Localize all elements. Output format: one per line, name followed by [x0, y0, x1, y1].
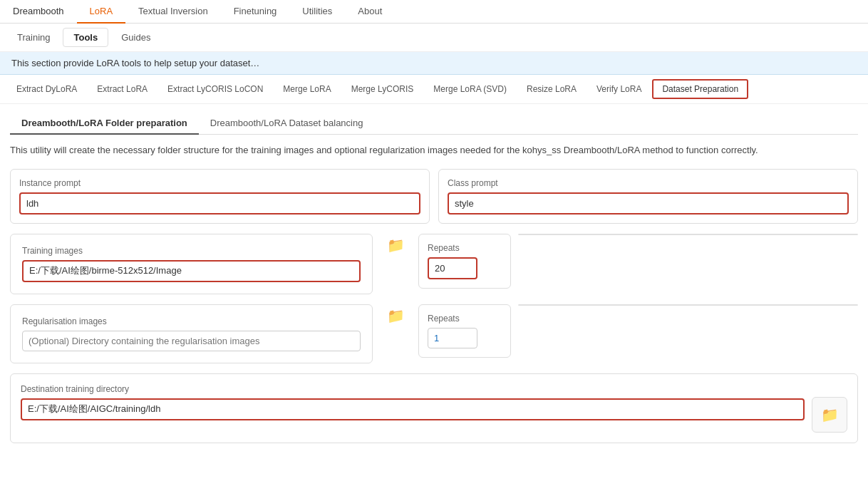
inner-tab-folder-prep[interactable]: Dreambooth/LoRA Folder preparation [10, 113, 199, 135]
class-prompt-group: Class prompt [438, 169, 858, 224]
tab-textual-inversion[interactable]: Textual Inversion [125, 0, 221, 24]
training-gray-area [518, 234, 858, 235]
training-repeats-input[interactable] [428, 257, 477, 279]
regularisation-images-label: Regularisation images [22, 316, 361, 326]
regularisation-images-input[interactable] [22, 331, 361, 351]
tool-tab-merge-lora[interactable]: Merge LoRA [274, 80, 340, 98]
regularisation-folder-button[interactable]: 📁 [384, 304, 408, 327]
training-repeats-label: Repeats [428, 243, 502, 253]
tool-tab-resize-lora[interactable]: Resize LoRA [517, 80, 586, 98]
destination-group: Destination training directory [21, 384, 805, 420]
regularisation-images-group: Regularisation images [10, 304, 373, 363]
training-folder-button[interactable]: 📁 [384, 234, 408, 257]
top-nav: Dreambooth LoRA Textual Inversion Finetu… [0, 0, 868, 24]
tool-tab-extract-dylora[interactable]: Extract DyLoRA [7, 80, 86, 98]
destination-row: Destination training directory 📁 [10, 373, 858, 443]
tool-tab-extract-lora[interactable]: Extract LoRA [88, 80, 157, 98]
tool-tab-extract-lycoris[interactable]: Extract LyCORIS LoCON [158, 80, 272, 98]
regularisation-folder-icon-cell: 📁 [380, 304, 411, 327]
tab-finetuning[interactable]: Finetuning [221, 0, 290, 24]
destination-folder-button[interactable]: 📁 [818, 403, 842, 426]
regularisation-repeats-label: Repeats [428, 314, 502, 324]
instance-prompt-input[interactable] [19, 192, 420, 214]
tab-dreambooth[interactable]: Dreambooth [0, 0, 77, 24]
tab-utilities[interactable]: Utilities [289, 0, 345, 24]
regularisation-repeats-group: Repeats [418, 304, 511, 358]
inner-tab-dataset-balancing[interactable]: Dreambooth/LoRA Dataset balancing [199, 113, 375, 135]
instance-prompt-label: Instance prompt [19, 178, 420, 188]
regularisation-repeats-input[interactable] [428, 328, 477, 348]
training-images-label: Training images [22, 246, 361, 256]
instance-prompt-group: Instance prompt [10, 169, 430, 224]
tool-tabs: Extract DyLoRA Extract LoRA Extract LyCO… [0, 75, 868, 104]
subnav-training[interactable]: Training [7, 29, 60, 46]
destination-folder-cell: 📁 [812, 397, 847, 433]
info-bar: This section provide LoRA tools to help … [0, 52, 868, 75]
tool-tab-dataset-preparation[interactable]: Dataset Preparation [652, 79, 748, 99]
subnav-guides[interactable]: Guides [111, 29, 160, 46]
destination-label: Destination training directory [21, 384, 805, 394]
destination-input[interactable] [21, 398, 805, 420]
class-prompt-input[interactable] [448, 192, 849, 214]
sub-nav: Training Tools Guides [0, 24, 868, 52]
tab-lora[interactable]: LoRA [77, 0, 126, 24]
training-images-group: Training images [10, 234, 373, 294]
training-repeats-group: Repeats [418, 234, 511, 289]
tool-tab-merge-lycoris[interactable]: Merge LyCORIS [342, 80, 423, 98]
training-folder-icon-cell: 📁 [380, 234, 411, 257]
training-images-input[interactable] [22, 260, 361, 282]
regularisation-images-row: Regularisation images 📁 Repeats [10, 304, 858, 363]
class-prompt-label: Class prompt [448, 178, 849, 188]
subnav-tools[interactable]: Tools [63, 28, 108, 47]
tab-about[interactable]: About [345, 0, 395, 24]
inner-tabs: Dreambooth/LoRA Folder preparation Dream… [10, 113, 858, 135]
main-content: Dreambooth/LoRA Folder preparation Dream… [0, 104, 868, 452]
description-text: This utility will create the necessary f… [10, 143, 858, 157]
prompt-row: Instance prompt Class prompt [10, 169, 858, 224]
tool-tab-verify-lora[interactable]: Verify LoRA [587, 80, 651, 98]
regularisation-gray-area [518, 304, 858, 306]
tool-tab-merge-lora-svd[interactable]: Merge LoRA (SVD) [424, 80, 516, 98]
training-images-row: Training images 📁 Repeats [10, 234, 858, 294]
